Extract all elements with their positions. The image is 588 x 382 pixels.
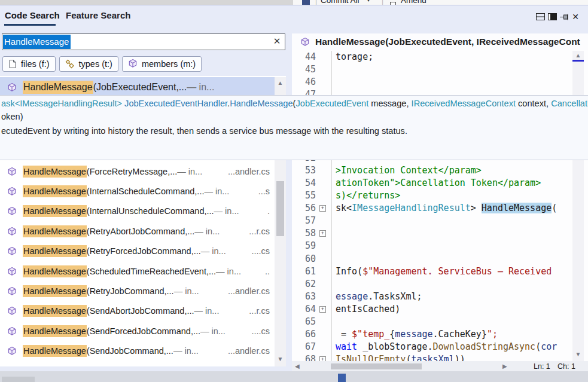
member-cube-icon <box>7 246 17 256</box>
filter-files-button[interactable]: files (f:) <box>2 56 56 72</box>
background-window-strip <box>0 0 293 5</box>
selected-result-row[interactable]: HandleMessage (JobExecutedEvent,... — in… <box>0 77 275 97</box>
scroll-down-icon[interactable]: ▼ <box>572 351 584 357</box>
code-text: s)</returns> <box>331 190 588 202</box>
fold-margin <box>316 215 331 227</box>
code-token: IsNullOrEmpty <box>336 354 406 361</box>
result-row[interactable]: HandleMessage(InternalScheduleCommand,..… <box>0 181 275 201</box>
result-row[interactable]: HandleMessage(SendJobCommand,... — in...… <box>0 341 275 361</box>
member-cube-icon <box>128 59 138 70</box>
result-container-hint: — in... <box>204 187 229 196</box>
fold-margin <box>316 341 331 353</box>
result-signature: (RetryAbortJobCommand,... <box>87 227 195 236</box>
result-row[interactable]: HandleMessage(ScheduledTimeReachedEvent,… <box>0 261 275 281</box>
close-icon[interactable]: ✕ <box>570 12 581 22</box>
code-text <box>331 253 588 265</box>
member-cube-icon <box>300 37 310 47</box>
active-tab-underline <box>4 24 56 26</box>
match-highlight: HandleMessage <box>23 305 87 317</box>
member-cube-icon <box>7 306 17 316</box>
layout-split-horizontal-button[interactable] <box>535 12 546 22</box>
commit-all-button[interactable]: Commit All <box>321 0 359 5</box>
member-cube-icon <box>7 187 17 196</box>
code-text <box>331 63 588 76</box>
fold-toggle-icon[interactable]: + <box>319 356 326 361</box>
line-number: 66 <box>292 328 316 341</box>
member-cube-icon <box>7 286 17 296</box>
pin-button[interactable] <box>559 12 570 22</box>
fold-toggle-icon[interactable]: + <box>319 230 326 237</box>
filter-types-button[interactable]: types (t:) <box>59 56 118 72</box>
code-text <box>331 240 588 252</box>
fold-margin <box>316 190 331 202</box>
member-cube-icon <box>7 82 17 92</box>
code-token: message <box>395 329 432 340</box>
results-scrollbar-thumb[interactable] <box>276 181 284 236</box>
result-file-name: ...r.cs <box>249 227 270 236</box>
line-number: 55 <box>292 190 316 202</box>
result-container-hint: — in... <box>187 82 214 93</box>
fold-margin <box>316 164 331 177</box>
fold-margin <box>316 278 331 291</box>
search-input[interactable]: HandleMessage <box>2 33 285 50</box>
result-row[interactable]: HandleMessage(ForceRetryMessage,... — in… <box>0 161 275 181</box>
scroll-down-icon[interactable]: ▼ <box>275 356 286 362</box>
result-row[interactable]: HandleMessage(InternalUnscheduleCommand,… <box>0 201 275 221</box>
code-token: wait <box>336 341 357 352</box>
line-number: 61 <box>292 265 316 278</box>
match-highlight: HandleMessage <box>23 205 87 217</box>
fold-margin <box>316 51 331 63</box>
scroll-left-icon[interactable]: ◀ <box>295 363 300 369</box>
code-scrollbar-thumb[interactable] <box>331 363 422 369</box>
result-signature: (RetryForcedJobCommand,... <box>87 246 201 256</box>
type-hierarchy-icon <box>65 59 75 69</box>
line-number: 64 <box>292 303 316 316</box>
scroll-up-icon[interactable]: ▲ <box>572 52 584 59</box>
line-number: 65 <box>292 316 316 328</box>
result-row[interactable]: HandleMessage(SendAbortJobCommand,... — … <box>0 301 275 321</box>
commit-dropdown-caret[interactable]: ▼ <box>366 0 371 3</box>
tooltip-signature-wrap: oken) <box>1 112 23 121</box>
status-line-number: Ln: 1 <box>534 362 550 371</box>
code-text: sk<IMessageHandlingResult> HandleMessage… <box>331 202 588 215</box>
member-cube-icon <box>300 37 310 47</box>
filter-members-button[interactable]: members (m:) <box>122 56 202 72</box>
clear-search-icon[interactable]: ✕ <box>270 36 284 48</box>
tab-code-search[interactable]: Code Search <box>5 10 60 20</box>
member-cube-icon <box>7 187 17 196</box>
code-line: 67wait _blobStorage.DownloadStringAsync(… <box>292 341 588 353</box>
code-token: $"temp_ <box>352 329 389 340</box>
code-line: 44torage; <box>292 51 588 63</box>
line-number: 67 <box>292 341 316 353</box>
result-file-name: ...s <box>258 187 270 196</box>
result-row[interactable]: HandleMessage(RetryForcedJobCommand,... … <box>0 242 275 261</box>
fold-margin <box>316 76 331 88</box>
line-number: 53 <box>292 164 316 177</box>
scroll-up-icon[interactable]: ▲ <box>275 80 286 86</box>
code-text <box>331 215 588 227</box>
code-token: > <box>471 203 482 213</box>
result-file-name: . <box>267 206 270 216</box>
member-cube-icon <box>7 267 17 276</box>
code-line: 46 <box>292 76 588 88</box>
signature-token: JobExecutedEvent <box>295 99 368 108</box>
tab-feature-search[interactable]: Feature Search <box>66 10 130 20</box>
fold-toggle-icon[interactable]: + <box>319 205 326 212</box>
code-token: essage <box>336 291 368 302</box>
code-line: 63essage.TasksXml; <box>292 291 588 303</box>
filter-buttons: files (f:) types (t:) members (m:) <box>2 56 202 72</box>
result-row[interactable]: HandleMessage(SendForcedJobCommand,... —… <box>0 321 275 341</box>
scroll-right-icon[interactable]: ▶ <box>502 363 507 369</box>
result-row[interactable]: HandleMessage(RetryAbortJobCommand,... —… <box>0 221 275 241</box>
line-number: 59 <box>292 240 316 252</box>
code-text: IsNullOrEmpty(tasksXml)) <box>331 353 588 361</box>
member-cube-icon <box>7 346 17 356</box>
fold-toggle-icon[interactable]: + <box>319 306 326 313</box>
result-row[interactable]: HandleMessage(RetryJobCommand,... — in..… <box>0 281 275 301</box>
code-token: DownloadStringAsync <box>433 341 536 352</box>
member-cube-icon <box>7 286 17 296</box>
result-signature: (InternalUnscheduleCommand,... <box>87 206 214 216</box>
code-text <box>331 76 588 88</box>
layout-split-vertical-button[interactable] <box>547 12 557 22</box>
result-container-hint: — in... <box>194 306 220 316</box>
